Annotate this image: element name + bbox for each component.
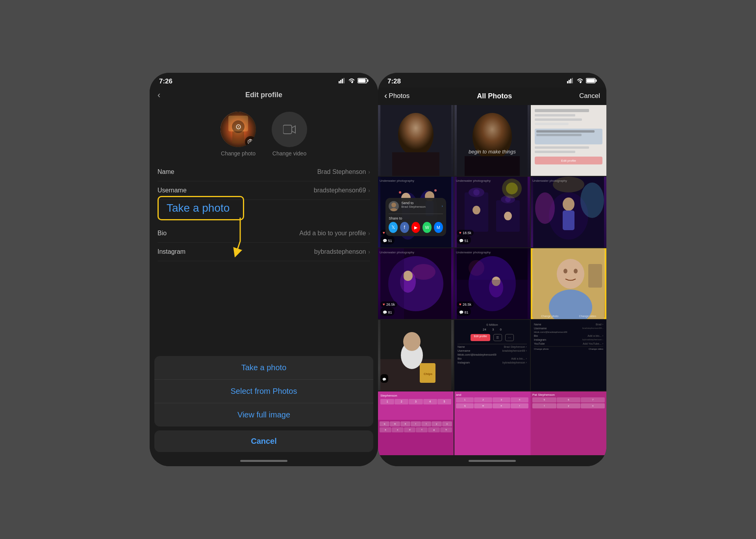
take-photo-annotation-box: Take a photo	[158, 196, 244, 220]
svg-rect-1	[340, 80, 341, 83]
username-label: Username	[158, 187, 187, 194]
svg-point-37	[391, 203, 396, 207]
change-photo-item[interactable]: ⊙ Change photo	[220, 112, 256, 157]
view-full-image-action-label: View full image	[237, 410, 290, 419]
svg-rect-6	[367, 79, 369, 82]
svg-point-79	[403, 332, 421, 351]
username-chevron: ›	[368, 187, 370, 194]
photos-back-label: Photos	[389, 92, 410, 100]
right-phone: 7:28 ‹ Photos All Photos Cancel	[378, 73, 606, 466]
home-indicator-right	[378, 455, 606, 466]
svg-point-47	[506, 183, 518, 194]
svg-point-38	[390, 208, 398, 211]
photo-cell-6[interactable]: Underwater photography	[531, 177, 606, 247]
svg-point-36	[434, 189, 437, 192]
back-button-left[interactable]: ‹	[158, 90, 160, 100]
photo-cell-4[interactable]: ♥ 18.5k 💬 51 Underwater photography Send…	[378, 177, 454, 247]
svg-rect-20	[587, 79, 595, 83]
svg-rect-9	[232, 131, 244, 143]
photos-cancel-btn[interactable]: Cancel	[579, 92, 600, 100]
svg-rect-0	[339, 81, 340, 83]
name-row[interactable]: Name Brad Stephenson ›	[158, 163, 370, 181]
photo-cell-10[interactable]: Chips 💬 💬	[378, 320, 454, 391]
svg-rect-5	[358, 79, 366, 83]
bio-row[interactable]: Bio Add a bio to your profile ›	[158, 224, 370, 243]
video-avatar[interactable]	[272, 112, 307, 147]
svg-point-55	[580, 183, 604, 218]
change-video-item[interactable]: Change video	[272, 112, 307, 157]
svg-point-68	[469, 260, 484, 276]
home-bar-left	[240, 460, 287, 462]
status-icons-right	[567, 78, 597, 85]
svg-rect-27	[465, 156, 520, 176]
svg-point-48	[472, 206, 480, 214]
photo-cell-11[interactable]: 0 Million 2430 Edit profile ☰ ⋯ Name Bra…	[454, 320, 530, 391]
change-video-label: Change video	[272, 150, 306, 157]
home-bar-right	[469, 460, 516, 462]
svg-point-13	[250, 141, 251, 142]
photos-grid: begin to make things Edit profile	[378, 105, 606, 455]
svg-point-71	[557, 259, 584, 289]
photo-cell-3[interactable]: Edit profile	[531, 105, 606, 176]
svg-rect-15	[567, 81, 568, 83]
select-photos-action[interactable]: Select from Photos	[154, 380, 373, 403]
svg-point-60	[403, 271, 413, 281]
bio-label: Bio	[158, 230, 167, 237]
svg-text:⊙: ⊙	[235, 123, 241, 131]
cancel-label: Cancel	[251, 437, 277, 445]
battery-icon-right	[586, 78, 597, 85]
svg-rect-18	[572, 78, 573, 83]
name-value: Brad Stephenson ›	[317, 168, 370, 175]
form-area: Name Brad Stephenson › Username bradstep…	[150, 163, 378, 356]
photo-cell-5[interactable]: ♥ 18.5k 💬 51 Underwater photography	[454, 177, 530, 247]
battery-icon	[358, 78, 369, 85]
cancel-action[interactable]: Cancel	[154, 430, 373, 452]
photo-cell-9-selected[interactable]: Change photo Change video	[531, 248, 606, 319]
status-icons-left	[339, 78, 369, 85]
select-photos-action-label: Select from Photos	[231, 387, 297, 395]
view-full-image-action[interactable]: View full image	[154, 403, 373, 426]
photo-cell-12[interactable]: Name Brad › Username bradstephenson69 › …	[531, 320, 606, 391]
instagram-value: bybradstephenson ›	[314, 248, 370, 255]
photo-cell-14[interactable]: and 1 2 3 4 q w e r Pat Stephens	[454, 391, 606, 455]
photos-back-btn[interactable]: ‹ Photos	[384, 91, 410, 101]
svg-point-49	[504, 212, 512, 220]
svg-point-61	[412, 264, 435, 280]
photo-cell-7[interactable]: ♥ 26.5k 💬 81 Underwater photography	[378, 248, 454, 319]
svg-point-35	[399, 191, 401, 194]
nav-bar-left: ‹ Edit profile	[150, 88, 378, 104]
svg-point-23	[398, 113, 434, 156]
left-phone: 7:26 ‹ Edit profile	[150, 73, 378, 466]
home-indicator-left	[150, 455, 378, 466]
photos-back-icon: ‹	[384, 91, 387, 101]
photos-nav-bar: ‹ Photos All Photos Cancel	[378, 88, 606, 105]
username-value: bradstephenson69 ›	[314, 187, 370, 194]
svg-rect-53	[563, 210, 574, 230]
begin-text-overlay: begin to make things	[454, 149, 530, 155]
wifi-icon-right	[576, 78, 584, 85]
name-chevron: ›	[368, 169, 370, 175]
time-left: 7:26	[159, 78, 172, 85]
change-photo-label: Change photo	[221, 150, 256, 157]
photo-cell-8[interactable]: ♥ 26.5k 💬 81 Underwater photography	[454, 248, 530, 319]
svg-point-44	[473, 189, 480, 196]
svg-rect-75	[588, 264, 602, 288]
bio-chevron: ›	[368, 230, 370, 236]
photo-cell-1[interactable]	[378, 105, 454, 176]
photo-cell-2[interactable]: begin to make things	[454, 105, 530, 176]
signal-icon-right	[567, 78, 574, 85]
page-title-left: Edit profile	[245, 91, 282, 99]
svg-rect-14	[283, 125, 292, 134]
annotation-wrapper: Take a photo	[158, 196, 370, 220]
svg-rect-24	[392, 152, 439, 176]
photo-avatar[interactable]: ⊙	[220, 112, 256, 147]
svg-text:Chips: Chips	[424, 372, 433, 376]
bio-value: Add a bio to your profile ›	[299, 230, 370, 237]
action-sheet: Take a photo Select from Photos View ful…	[154, 356, 373, 426]
svg-point-74	[574, 269, 578, 273]
status-bar-left: 7:26	[150, 73, 378, 88]
spacer-mid	[150, 426, 378, 430]
photo-cell-13[interactable]: Stephenson 1 2 3 4 5 q w e r	[378, 391, 454, 455]
instagram-row[interactable]: Instagram bybradstephenson ›	[158, 243, 370, 261]
take-photo-action[interactable]: Take a photo	[154, 356, 373, 380]
